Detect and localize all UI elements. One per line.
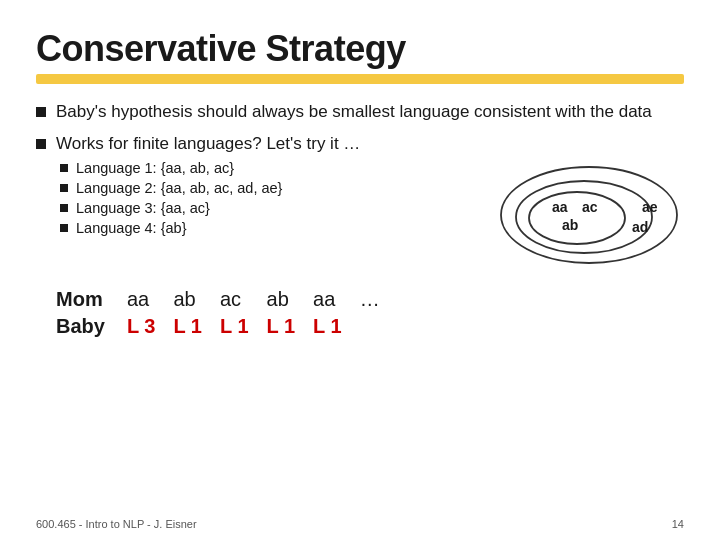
sub-bullet-4: Language 4: {ab} [60,220,474,236]
bullet-1-item: Baby's hypothesis should always be small… [36,102,684,122]
baby-val-2: L 1 [169,313,216,340]
footer: 600.465 - Intro to NLP - J. Eisner 14 [36,518,684,530]
bullet-1-section: Baby's hypothesis should always be small… [36,102,684,122]
table-row-mom: Mom aa ab ac ab aa … [52,286,394,313]
baby-val-4: L 1 [263,313,310,340]
svg-text:ae: ae [642,199,658,215]
mom-val-5: aa [309,286,356,313]
baby-val-3: L 1 [216,313,263,340]
data-table: Mom aa ab ac ab aa … Baby L 3 L 1 L 1 L … [52,286,394,340]
sub-bullet-4-icon [60,224,68,232]
svg-text:ab: ab [562,217,578,233]
mom-val-6: … [356,286,394,313]
sub-bullets-list: Language 1: {aa, ab, ac} Language 2: {aa… [60,160,474,240]
slide-title: Conservative Strategy [36,28,684,70]
sub-bullet-1-icon [60,164,68,172]
sub-bullet-2: Language 2: {aa, ab, ac, ad, ae} [60,180,474,196]
bullet-1-icon [36,107,46,117]
sub-bullet-2-text: Language 2: {aa, ab, ac, ad, ae} [76,180,282,196]
footer-left: 600.465 - Intro to NLP - J. Eisner [36,518,197,530]
baby-label: Baby [52,313,123,340]
data-table-section: Mom aa ab ac ab aa … Baby L 3 L 1 L 1 L … [36,286,684,340]
sub-bullet-1: Language 1: {aa, ab, ac} [60,160,474,176]
bullet-2-item: Works for finite languages? Let's try it… [36,134,684,154]
title-underline [36,74,684,84]
baby-val-5: L 1 [309,313,356,340]
bullet-1-text: Baby's hypothesis should always be small… [56,102,652,122]
mom-val-2: ab [169,286,216,313]
sub-bullet-3-icon [60,204,68,212]
bullet-2-icon [36,139,46,149]
baby-val-6 [356,313,394,340]
mom-val-4: ab [263,286,310,313]
venn-diagram: aa ac ab ae ad [484,160,684,270]
bullet-2-section: Works for finite languages? Let's try it… [36,134,684,270]
slide: Conservative Strategy Baby's hypothesis … [0,0,720,540]
svg-text:aa: aa [552,199,568,215]
baby-val-1: L 3 [123,313,170,340]
sub-bullets-row: Language 1: {aa, ab, ac} Language 2: {aa… [36,160,684,270]
bullet-2-text: Works for finite languages? Let's try it… [56,134,360,154]
sub-bullet-3-text: Language 3: {aa, ac} [76,200,210,216]
table-row-baby: Baby L 3 L 1 L 1 L 1 L 1 [52,313,394,340]
sub-bullet-1-text: Language 1: {aa, ab, ac} [76,160,234,176]
sub-bullet-4-text: Language 4: {ab} [76,220,186,236]
svg-text:ad: ad [632,219,648,235]
sub-bullet-3: Language 3: {aa, ac} [60,200,474,216]
mom-val-1: aa [123,286,170,313]
mom-val-3: ac [216,286,263,313]
sub-bullet-2-icon [60,184,68,192]
footer-right: 14 [672,518,684,530]
mom-label: Mom [52,286,123,313]
svg-text:ac: ac [582,199,598,215]
